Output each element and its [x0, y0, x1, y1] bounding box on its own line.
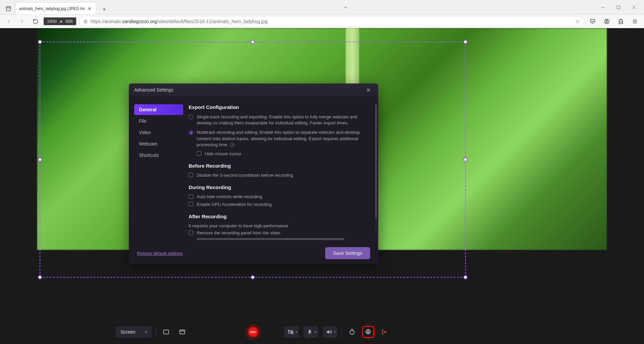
svg-rect-0 — [6, 7, 10, 11]
svg-rect-14 — [180, 330, 185, 334]
microphone-icon — [307, 329, 313, 335]
radio-label: Multitrack recording and editing: Enable… — [197, 129, 369, 148]
checkbox-label: Remove the recording panel from the vide… — [197, 230, 280, 235]
selection-dimensions-badge[interactable]: 1600 888 — [44, 17, 76, 25]
checkbox-icon[interactable] — [189, 173, 193, 177]
new-tab-button[interactable]: + — [99, 4, 109, 14]
window-controls — [596, 2, 641, 12]
checkbox-icon[interactable] — [197, 151, 201, 156]
browser-tab-strip: animals_hero_ladybug.jpg (JPEG Im ✕ + — [0, 0, 644, 15]
checkbox-disable-countdown[interactable]: Disable the 3-second countdown before re… — [189, 173, 369, 178]
timer-button[interactable] — [346, 326, 358, 338]
app-menu-icon[interactable] — [629, 16, 641, 27]
chevron-down-icon: ▾ — [296, 330, 297, 334]
save-settings-button[interactable]: Save Settings — [325, 247, 370, 259]
svg-rect-13 — [164, 330, 169, 334]
account-icon[interactable] — [601, 16, 612, 27]
svg-rect-7 — [84, 21, 87, 23]
pocket-icon[interactable] — [587, 16, 598, 27]
window-region-button[interactable] — [176, 326, 188, 338]
back-button[interactable] — [3, 16, 14, 27]
scrollbar-horizontal[interactable] — [197, 238, 344, 240]
sidebar-item-general[interactable]: General — [134, 104, 183, 115]
svg-point-20 — [350, 330, 354, 334]
capture-source-dropdown[interactable]: Screen ▾ — [116, 326, 152, 338]
checkbox-remove-panel[interactable]: Remove the recording panel from the vide… — [189, 230, 369, 235]
record-button[interactable]: REC — [247, 326, 259, 338]
checkbox-label: Enable GPU Acceleration for recording — [197, 202, 271, 207]
tab-title: animals_hero_ladybug.jpg (JPEG Im — [19, 6, 85, 11]
browser-tab[interactable]: animals_hero_ladybug.jpg (JPEG Im ✕ — [15, 2, 96, 14]
svg-line-17 — [289, 330, 293, 334]
capture-source-label: Screen — [120, 329, 135, 335]
toolbar-separator — [156, 327, 156, 337]
settings-content: Export Configuration Single-track record… — [189, 96, 378, 242]
reload-button[interactable] — [30, 16, 41, 27]
help-icon[interactable]: ? — [230, 143, 235, 148]
maximize-button[interactable] — [611, 2, 626, 12]
checkbox-label: Auto hide controls while recording — [197, 194, 262, 199]
address-bar: 1600 888 https://animals.sandiegozoo.org… — [0, 15, 644, 28]
close-window-button[interactable] — [627, 2, 641, 12]
settings-button[interactable] — [362, 326, 374, 338]
checkbox-gpu-accel[interactable]: Enable GPU Acceleration for recording — [189, 202, 369, 207]
tabs-dropdown-icon[interactable] — [343, 5, 348, 10]
checkbox-icon[interactable] — [189, 194, 193, 199]
svg-point-23 — [367, 331, 369, 333]
chevron-down-icon: ▾ — [315, 330, 316, 334]
close-tab-icon[interactable]: ✕ — [87, 6, 93, 12]
minimize-button[interactable] — [596, 2, 610, 12]
radio-icon-checked[interactable] — [189, 130, 193, 135]
fullscreen-region-button[interactable] — [160, 326, 172, 338]
modal-title: Advanced Settings — [134, 87, 363, 93]
chevron-down-icon: ▾ — [145, 330, 147, 334]
svg-rect-1 — [6, 7, 10, 8]
tab-actions-icon[interactable] — [3, 3, 14, 14]
url-text: https://animals.sandiegozoo.org/sites/de… — [91, 19, 573, 24]
modal-close-button[interactable]: ✕ — [363, 85, 373, 95]
scrollbar-thumb[interactable] — [375, 104, 377, 218]
checkbox-icon[interactable] — [189, 230, 193, 235]
scrollbar-vertical[interactable] — [375, 104, 377, 232]
lock-icon[interactable] — [59, 19, 63, 23]
radio-multitrack[interactable]: Multitrack recording and editing: Enable… — [189, 129, 369, 148]
sidebar-item-file[interactable]: File — [134, 116, 183, 126]
sidebar-item-video[interactable]: Video — [134, 127, 183, 138]
sidebar-item-webcam[interactable]: Webcam — [134, 138, 183, 149]
svg-rect-3 — [617, 6, 620, 9]
export-config-heading: Export Configuration — [189, 104, 369, 110]
checkbox-icon[interactable] — [189, 202, 193, 207]
modal-body: General File Video Webcam Shortcuts Expo… — [129, 96, 378, 242]
svg-rect-6 — [60, 21, 62, 22]
toolbar-separator — [342, 327, 342, 337]
recording-toolbar: Screen ▾ REC ▾ — [116, 325, 390, 339]
modal-footer: Restore default settings Save Settings — [129, 242, 378, 264]
advanced-settings-modal: Advanced Settings ✕ General File Video W… — [129, 83, 378, 264]
after-recording-note: It requires your computer to have high-p… — [189, 223, 369, 228]
svg-point-9 — [606, 20, 608, 21]
section-export-config: Export Configuration Single-track record… — [189, 104, 376, 156]
after-recording-heading: After Recording — [189, 214, 369, 219]
level-indicator: • • • • • • — [307, 336, 318, 340]
chevron-down-icon: ▾ — [334, 330, 336, 334]
checkbox-auto-hide[interactable]: Auto hide controls while recording — [189, 194, 369, 199]
radio-single-track[interactable]: Single-track recording and exporting: En… — [189, 114, 369, 126]
webcam-toggle-dropdown[interactable]: ▾ — [284, 326, 299, 338]
svg-rect-18 — [309, 330, 311, 332]
checkbox-hide-cursor[interactable]: Hide mouse cursor — [197, 151, 369, 156]
extensions-icon[interactable] — [615, 16, 627, 27]
url-field[interactable]: https://animals.sandiegozoo.org/sites/de… — [79, 16, 584, 27]
restore-defaults-link[interactable]: Restore default settings — [137, 251, 183, 256]
https-lock-icon[interactable] — [83, 19, 88, 24]
section-during-recording: During Recording Auto hide controls whil… — [189, 184, 376, 207]
before-recording-heading: Before Recording — [189, 163, 369, 169]
exit-button[interactable] — [378, 326, 390, 338]
sidebar-item-shortcuts[interactable]: Shortcuts — [134, 150, 183, 161]
selection-width: 1600 — [47, 19, 57, 24]
modal-header: Advanced Settings ✕ — [129, 83, 378, 96]
forward-button[interactable] — [17, 16, 28, 27]
section-before-recording: Before Recording Disable the 3-second co… — [189, 163, 376, 178]
checkbox-label: Hide mouse cursor — [205, 151, 241, 156]
bookmark-star-icon[interactable]: ☆ — [575, 18, 580, 24]
radio-icon[interactable] — [189, 115, 193, 119]
